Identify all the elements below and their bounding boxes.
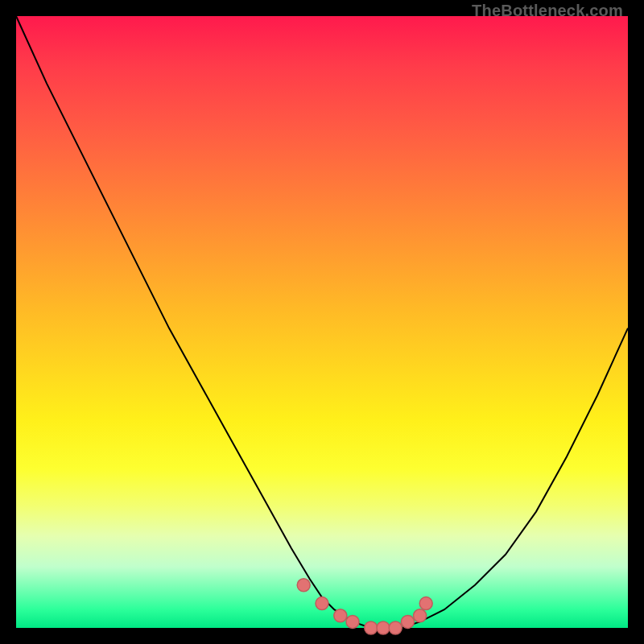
chart-svg xyxy=(16,16,628,628)
marker-point xyxy=(365,621,378,634)
marker-point xyxy=(414,609,427,622)
marker-point xyxy=(297,579,310,592)
marker-point xyxy=(377,621,390,634)
marker-point xyxy=(346,615,359,628)
marker-point xyxy=(389,621,402,634)
marker-group xyxy=(297,579,432,634)
chart-frame xyxy=(16,16,628,628)
marker-point xyxy=(334,609,347,622)
marker-point xyxy=(419,597,432,610)
marker-point xyxy=(316,597,328,610)
watermark-text: TheBottleneck.com xyxy=(472,2,623,20)
bottleneck-curve xyxy=(16,16,628,628)
marker-point xyxy=(401,615,414,628)
